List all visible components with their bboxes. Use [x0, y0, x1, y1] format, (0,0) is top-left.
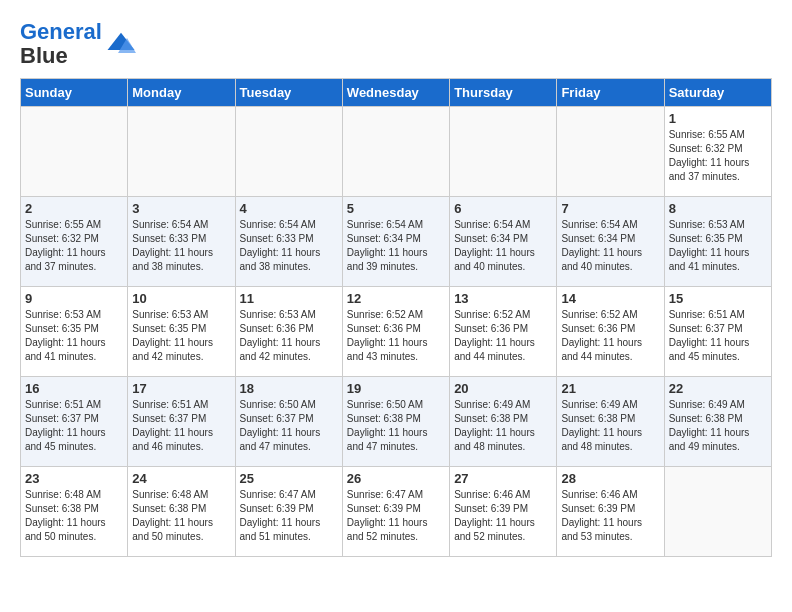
weekday-header-tuesday: Tuesday [235, 79, 342, 107]
day-number: 18 [240, 381, 338, 396]
day-number: 14 [561, 291, 659, 306]
day-number: 4 [240, 201, 338, 216]
calendar-cell: 9Sunrise: 6:53 AM Sunset: 6:35 PM Daylig… [21, 287, 128, 377]
day-number: 24 [132, 471, 230, 486]
calendar-cell: 26Sunrise: 6:47 AM Sunset: 6:39 PM Dayli… [342, 467, 449, 557]
calendar-cell: 20Sunrise: 6:49 AM Sunset: 6:38 PM Dayli… [450, 377, 557, 467]
day-info: Sunrise: 6:53 AM Sunset: 6:35 PM Dayligh… [25, 308, 123, 364]
calendar-table: SundayMondayTuesdayWednesdayThursdayFrid… [20, 78, 772, 557]
weekday-header-wednesday: Wednesday [342, 79, 449, 107]
weekday-header-saturday: Saturday [664, 79, 771, 107]
day-number: 2 [25, 201, 123, 216]
calendar-cell [21, 107, 128, 197]
day-info: Sunrise: 6:55 AM Sunset: 6:32 PM Dayligh… [25, 218, 123, 274]
calendar-cell: 2Sunrise: 6:55 AM Sunset: 6:32 PM Daylig… [21, 197, 128, 287]
calendar-week-row: 1Sunrise: 6:55 AM Sunset: 6:32 PM Daylig… [21, 107, 772, 197]
day-info: Sunrise: 6:55 AM Sunset: 6:32 PM Dayligh… [669, 128, 767, 184]
calendar-cell: 14Sunrise: 6:52 AM Sunset: 6:36 PM Dayli… [557, 287, 664, 377]
day-info: Sunrise: 6:54 AM Sunset: 6:34 PM Dayligh… [561, 218, 659, 274]
day-number: 28 [561, 471, 659, 486]
day-number: 3 [132, 201, 230, 216]
day-number: 25 [240, 471, 338, 486]
day-info: Sunrise: 6:49 AM Sunset: 6:38 PM Dayligh… [454, 398, 552, 454]
day-info: Sunrise: 6:46 AM Sunset: 6:39 PM Dayligh… [454, 488, 552, 544]
day-number: 17 [132, 381, 230, 396]
calendar-cell [128, 107, 235, 197]
day-info: Sunrise: 6:47 AM Sunset: 6:39 PM Dayligh… [347, 488, 445, 544]
calendar-cell: 6Sunrise: 6:54 AM Sunset: 6:34 PM Daylig… [450, 197, 557, 287]
day-number: 19 [347, 381, 445, 396]
calendar-cell: 27Sunrise: 6:46 AM Sunset: 6:39 PM Dayli… [450, 467, 557, 557]
calendar-week-row: 2Sunrise: 6:55 AM Sunset: 6:32 PM Daylig… [21, 197, 772, 287]
day-number: 21 [561, 381, 659, 396]
calendar-week-row: 16Sunrise: 6:51 AM Sunset: 6:37 PM Dayli… [21, 377, 772, 467]
calendar-cell: 12Sunrise: 6:52 AM Sunset: 6:36 PM Dayli… [342, 287, 449, 377]
day-number: 10 [132, 291, 230, 306]
calendar-week-row: 23Sunrise: 6:48 AM Sunset: 6:38 PM Dayli… [21, 467, 772, 557]
day-number: 11 [240, 291, 338, 306]
day-info: Sunrise: 6:47 AM Sunset: 6:39 PM Dayligh… [240, 488, 338, 544]
calendar-cell: 3Sunrise: 6:54 AM Sunset: 6:33 PM Daylig… [128, 197, 235, 287]
day-info: Sunrise: 6:54 AM Sunset: 6:33 PM Dayligh… [132, 218, 230, 274]
weekday-header-monday: Monday [128, 79, 235, 107]
day-info: Sunrise: 6:52 AM Sunset: 6:36 PM Dayligh… [561, 308, 659, 364]
day-number: 6 [454, 201, 552, 216]
calendar-week-row: 9Sunrise: 6:53 AM Sunset: 6:35 PM Daylig… [21, 287, 772, 377]
calendar-cell: 13Sunrise: 6:52 AM Sunset: 6:36 PM Dayli… [450, 287, 557, 377]
day-info: Sunrise: 6:53 AM Sunset: 6:36 PM Dayligh… [240, 308, 338, 364]
calendar-cell: 22Sunrise: 6:49 AM Sunset: 6:38 PM Dayli… [664, 377, 771, 467]
day-info: Sunrise: 6:51 AM Sunset: 6:37 PM Dayligh… [669, 308, 767, 364]
calendar-cell: 21Sunrise: 6:49 AM Sunset: 6:38 PM Dayli… [557, 377, 664, 467]
calendar-cell: 7Sunrise: 6:54 AM Sunset: 6:34 PM Daylig… [557, 197, 664, 287]
day-number: 5 [347, 201, 445, 216]
day-number: 26 [347, 471, 445, 486]
day-info: Sunrise: 6:51 AM Sunset: 6:37 PM Dayligh… [132, 398, 230, 454]
calendar-cell: 4Sunrise: 6:54 AM Sunset: 6:33 PM Daylig… [235, 197, 342, 287]
calendar-cell [235, 107, 342, 197]
calendar-cell: 5Sunrise: 6:54 AM Sunset: 6:34 PM Daylig… [342, 197, 449, 287]
day-info: Sunrise: 6:54 AM Sunset: 6:34 PM Dayligh… [347, 218, 445, 274]
calendar-cell [450, 107, 557, 197]
day-number: 7 [561, 201, 659, 216]
day-info: Sunrise: 6:53 AM Sunset: 6:35 PM Dayligh… [669, 218, 767, 274]
logo-icon [106, 29, 136, 59]
day-info: Sunrise: 6:51 AM Sunset: 6:37 PM Dayligh… [25, 398, 123, 454]
calendar-cell: 11Sunrise: 6:53 AM Sunset: 6:36 PM Dayli… [235, 287, 342, 377]
calendar-cell [342, 107, 449, 197]
calendar-cell: 10Sunrise: 6:53 AM Sunset: 6:35 PM Dayli… [128, 287, 235, 377]
day-info: Sunrise: 6:46 AM Sunset: 6:39 PM Dayligh… [561, 488, 659, 544]
day-info: Sunrise: 6:54 AM Sunset: 6:34 PM Dayligh… [454, 218, 552, 274]
weekday-header-row: SundayMondayTuesdayWednesdayThursdayFrid… [21, 79, 772, 107]
calendar-cell: 18Sunrise: 6:50 AM Sunset: 6:37 PM Dayli… [235, 377, 342, 467]
calendar-cell: 1Sunrise: 6:55 AM Sunset: 6:32 PM Daylig… [664, 107, 771, 197]
weekday-header-sunday: Sunday [21, 79, 128, 107]
calendar-cell [557, 107, 664, 197]
day-info: Sunrise: 6:53 AM Sunset: 6:35 PM Dayligh… [132, 308, 230, 364]
weekday-header-friday: Friday [557, 79, 664, 107]
day-info: Sunrise: 6:50 AM Sunset: 6:37 PM Dayligh… [240, 398, 338, 454]
calendar-cell: 25Sunrise: 6:47 AM Sunset: 6:39 PM Dayli… [235, 467, 342, 557]
day-number: 9 [25, 291, 123, 306]
day-number: 20 [454, 381, 552, 396]
day-info: Sunrise: 6:54 AM Sunset: 6:33 PM Dayligh… [240, 218, 338, 274]
day-info: Sunrise: 6:50 AM Sunset: 6:38 PM Dayligh… [347, 398, 445, 454]
weekday-header-thursday: Thursday [450, 79, 557, 107]
day-info: Sunrise: 6:52 AM Sunset: 6:36 PM Dayligh… [454, 308, 552, 364]
day-info: Sunrise: 6:48 AM Sunset: 6:38 PM Dayligh… [25, 488, 123, 544]
day-number: 16 [25, 381, 123, 396]
page-header: GeneralBlue [20, 20, 772, 68]
day-number: 13 [454, 291, 552, 306]
calendar-cell: 24Sunrise: 6:48 AM Sunset: 6:38 PM Dayli… [128, 467, 235, 557]
day-number: 1 [669, 111, 767, 126]
day-info: Sunrise: 6:48 AM Sunset: 6:38 PM Dayligh… [132, 488, 230, 544]
day-info: Sunrise: 6:49 AM Sunset: 6:38 PM Dayligh… [669, 398, 767, 454]
day-number: 27 [454, 471, 552, 486]
calendar-cell: 17Sunrise: 6:51 AM Sunset: 6:37 PM Dayli… [128, 377, 235, 467]
logo: GeneralBlue [20, 20, 136, 68]
calendar-cell: 15Sunrise: 6:51 AM Sunset: 6:37 PM Dayli… [664, 287, 771, 377]
calendar-cell: 8Sunrise: 6:53 AM Sunset: 6:35 PM Daylig… [664, 197, 771, 287]
day-info: Sunrise: 6:52 AM Sunset: 6:36 PM Dayligh… [347, 308, 445, 364]
day-info: Sunrise: 6:49 AM Sunset: 6:38 PM Dayligh… [561, 398, 659, 454]
day-number: 23 [25, 471, 123, 486]
calendar-cell: 16Sunrise: 6:51 AM Sunset: 6:37 PM Dayli… [21, 377, 128, 467]
